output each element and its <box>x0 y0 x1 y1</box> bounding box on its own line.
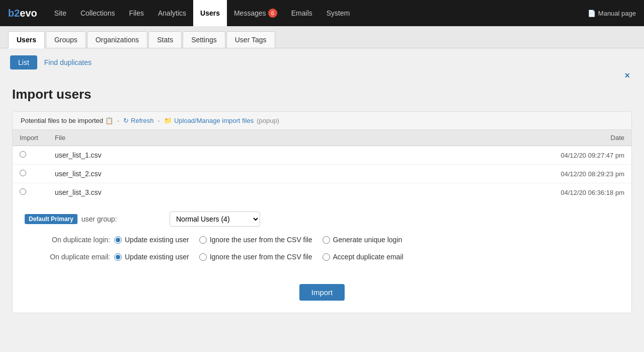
table-row: user_list_1.csv 04/12/20 09:27:47 pm <box>13 146 631 165</box>
manual-page-link[interactable]: 📄 Manual page <box>588 10 636 17</box>
separator1: - <box>117 117 119 124</box>
login-option-generate[interactable]: Generate unique login <box>323 236 403 244</box>
import-radio-2[interactable] <box>20 170 26 176</box>
file-icon: 📋 <box>105 117 113 124</box>
duplicate-email-radio-group: Update existing user Ignore the user fro… <box>114 253 404 261</box>
duplicate-email-label: On duplicate email: <box>25 253 110 261</box>
default-primary-badge: Default Primary <box>25 214 77 224</box>
close-icon[interactable]: × <box>624 71 630 81</box>
import-panel: Potential files to be imported 📋 - ↻ Ref… <box>12 111 632 313</box>
col-header-date: Date <box>304 130 632 146</box>
nav-files[interactable]: Files <box>122 0 151 26</box>
tab-stats[interactable]: Stats <box>148 31 182 48</box>
file-name-1: user_list_1.csv <box>48 146 304 165</box>
folder-icon: 📁 <box>164 117 172 124</box>
nav-collections[interactable]: Collections <box>73 0 122 26</box>
duplicate-email-row: On duplicate email: Update existing user… <box>25 253 619 261</box>
file-name-2: user_list_2.csv <box>48 165 304 183</box>
brand-b2: b2 <box>8 8 20 19</box>
login-radio-update[interactable] <box>114 236 122 244</box>
nav-analytics[interactable]: Analytics <box>151 0 193 26</box>
email-option-accept[interactable]: Accept duplicate email <box>323 253 404 261</box>
tab-groups[interactable]: Groups <box>46 31 86 48</box>
import-table: Import File Date user_list_1.csv 04/12/2… <box>13 130 631 201</box>
tab-settings[interactable]: Settings <box>183 31 225 48</box>
brand-logo: b2evo <box>8 8 37 19</box>
options-section: Default Primary user group: Normal Users… <box>13 201 631 280</box>
email-radio-accept[interactable] <box>323 253 330 261</box>
main-content: Import users × Potential files to be imp… <box>0 77 644 352</box>
nav-emails[interactable]: Emails <box>284 0 319 26</box>
toolbar: List Find duplicates <box>0 48 644 77</box>
file-name-3: user_list_3.csv <box>48 183 304 202</box>
file-date-2: 04/12/20 08:29:23 pm <box>304 165 632 183</box>
table-row: user_list_3.csv 04/12/20 06:36:18 pm <box>13 183 631 202</box>
login-option-update[interactable]: Update existing user <box>114 236 189 244</box>
nav-system[interactable]: System <box>319 0 357 26</box>
tab-users[interactable]: Users <box>8 31 45 48</box>
user-group-label: user group: <box>82 215 117 223</box>
login-option-ignore[interactable]: Ignore the user from the CSV file <box>199 236 312 244</box>
email-option-ignore[interactable]: Ignore the user from the CSV file <box>199 253 312 261</box>
nav-messages[interactable]: Messages 6 <box>227 0 284 26</box>
duplicate-login-row: On duplicate login: Update existing user… <box>25 236 619 244</box>
sub-tabs: Users Groups Organizations Stats Setting… <box>0 26 644 48</box>
user-group-row: Default Primary user group: Normal Users… <box>25 212 619 227</box>
refresh-icon: ↻ <box>123 117 129 124</box>
import-radio-3[interactable] <box>20 188 26 195</box>
upload-link[interactable]: 📁 Upload/Manage import files <box>164 117 254 124</box>
book-icon: 📄 <box>588 10 596 17</box>
duplicate-login-radio-group: Update existing user Ignore the user fro… <box>114 236 402 244</box>
file-date-3: 04/12/20 06:36:18 pm <box>304 183 632 202</box>
user-group-label-group: Default Primary user group: <box>25 214 166 224</box>
tab-organizations[interactable]: Organizations <box>87 31 147 48</box>
user-group-select[interactable]: Normal Users (4) Administrators Moderato… <box>170 212 260 227</box>
import-radio-cell-1[interactable] <box>13 146 48 165</box>
page-title: Import users <box>12 87 632 102</box>
login-radio-ignore[interactable] <box>199 236 207 244</box>
login-radio-generate[interactable] <box>323 236 330 244</box>
list-button[interactable]: List <box>10 55 37 69</box>
table-row: user_list_2.csv 04/12/20 08:29:23 pm <box>13 165 631 183</box>
tab-user-tags[interactable]: User Tags <box>226 31 275 48</box>
nav-users[interactable]: Users <box>193 0 227 26</box>
refresh-link[interactable]: ↻ Refresh <box>123 117 154 124</box>
email-radio-update[interactable] <box>114 253 122 261</box>
col-header-file: File <box>48 130 304 146</box>
panel-header: Potential files to be imported 📋 - ↻ Ref… <box>13 112 631 130</box>
nav-site[interactable]: Site <box>47 0 73 26</box>
email-radio-ignore[interactable] <box>199 253 207 261</box>
brand-evo: evo <box>20 8 37 19</box>
email-option-update[interactable]: Update existing user <box>114 253 189 261</box>
import-button[interactable]: Import <box>299 284 345 301</box>
col-header-import: Import <box>13 130 48 146</box>
popup-hint: (popup) <box>257 117 279 124</box>
import-btn-row: Import <box>13 280 631 313</box>
import-radio-cell-3[interactable] <box>13 183 48 202</box>
file-date-1: 04/12/20 09:27:47 pm <box>304 146 632 165</box>
top-nav: b2evo Site Collections Files Analytics U… <box>0 0 644 26</box>
panel-header-text: Potential files to be imported 📋 <box>21 117 113 124</box>
separator2: - <box>158 117 160 124</box>
import-radio-1[interactable] <box>20 151 26 158</box>
duplicate-login-label: On duplicate login: <box>25 236 110 244</box>
find-duplicates-link[interactable]: Find duplicates <box>44 58 92 66</box>
messages-badge: 6 <box>268 9 277 18</box>
import-radio-cell-2[interactable] <box>13 165 48 183</box>
